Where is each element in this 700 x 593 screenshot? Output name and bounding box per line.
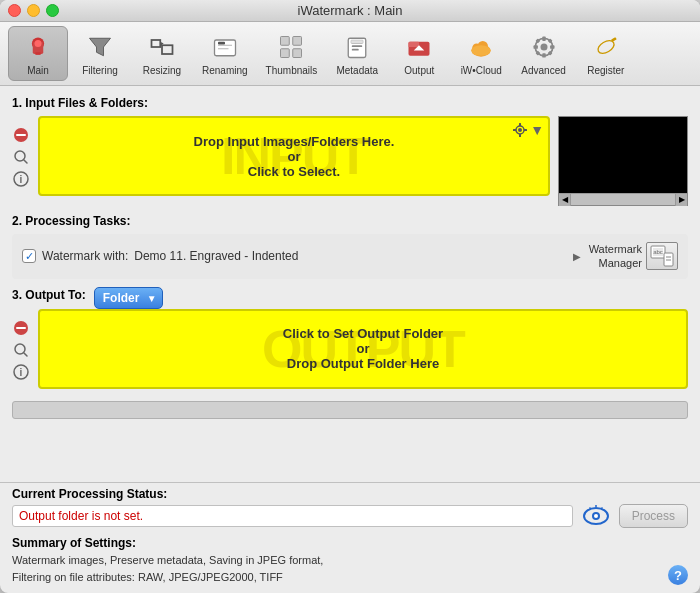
svg-text:i: i bbox=[20, 174, 23, 185]
input-section: 1. Input Files & Folders: i INPUT Drop I… bbox=[12, 96, 688, 206]
processing-section-title: 2. Processing Tasks: bbox=[12, 214, 688, 228]
watermark-manager-label-line1: Watermark bbox=[589, 242, 642, 256]
register-icon bbox=[590, 31, 622, 63]
traffic-lights bbox=[8, 4, 59, 17]
toolbar-label-filtering: Filtering bbox=[82, 65, 118, 76]
input-remove-btn[interactable] bbox=[12, 126, 30, 144]
watermark-checkbox[interactable]: ✓ bbox=[22, 249, 36, 263]
svg-rect-16 bbox=[293, 49, 302, 58]
status-bar: Output folder is not set. Process bbox=[12, 504, 688, 528]
summary-section: Summary of Settings: Watermark images, P… bbox=[0, 532, 700, 593]
toolbar-item-filtering[interactable]: Filtering bbox=[70, 27, 130, 80]
toolbar-item-renaming[interactable]: Renaming bbox=[194, 27, 256, 80]
gear-dropdown-arrow[interactable]: ▼ bbox=[530, 122, 544, 138]
svg-text:i: i bbox=[20, 367, 23, 378]
output-info-btn[interactable]: i bbox=[12, 363, 30, 381]
svg-point-2 bbox=[35, 40, 42, 47]
main-content: 1. Input Files & Folders: i INPUT Drop I… bbox=[0, 86, 700, 482]
svg-rect-33 bbox=[533, 45, 537, 49]
process-button[interactable]: Process bbox=[619, 504, 688, 528]
input-search-btn[interactable] bbox=[12, 148, 30, 166]
svg-marker-4 bbox=[90, 38, 111, 56]
svg-text:abc: abc bbox=[653, 249, 663, 255]
svg-rect-12 bbox=[218, 42, 225, 45]
toolbar-label-renaming: Renaming bbox=[202, 65, 248, 76]
svg-rect-34 bbox=[550, 45, 554, 49]
scroll-left-arrow[interactable]: ◀ bbox=[559, 194, 571, 206]
toolbar-item-resizing[interactable]: Resizing bbox=[132, 27, 192, 80]
minimize-button[interactable] bbox=[27, 4, 40, 17]
svg-rect-31 bbox=[542, 37, 546, 41]
input-drop-zone[interactable]: INPUT Drop Input Images/Folders Here. or… bbox=[38, 116, 550, 196]
svg-point-48 bbox=[518, 128, 522, 132]
output-remove-btn[interactable] bbox=[12, 319, 30, 337]
output-drop-line3: Drop Output Folder Here bbox=[287, 356, 439, 371]
toolbar-label-advanced: Advanced bbox=[521, 65, 565, 76]
toolbar-item-main[interactable]: Main bbox=[8, 26, 68, 81]
watermark-name: Demo 11. Engraved - Indented bbox=[134, 249, 298, 263]
svg-rect-21 bbox=[351, 40, 363, 44]
svg-rect-32 bbox=[542, 53, 546, 57]
output-drop-line1: Click to Set Output Folder bbox=[283, 326, 443, 341]
svg-point-30 bbox=[540, 44, 547, 51]
toolbar-item-register[interactable]: Register bbox=[576, 27, 636, 80]
svg-rect-15 bbox=[281, 49, 290, 58]
toolbar-label-register: Register bbox=[587, 65, 624, 76]
output-section-title: 3. Output To: bbox=[12, 288, 86, 302]
expand-arrow[interactable]: ▶ bbox=[569, 248, 585, 264]
scroll-right-arrow[interactable]: ▶ bbox=[675, 194, 687, 206]
preview-eye-btn[interactable] bbox=[581, 504, 611, 528]
toolbar-item-output[interactable]: Output bbox=[389, 27, 449, 80]
output-folder-select[interactable]: Folder bbox=[94, 287, 163, 309]
svg-rect-23 bbox=[409, 42, 420, 47]
input-area: i INPUT Drop Input Images/Folders Here. … bbox=[12, 116, 688, 206]
input-section-title: 1. Input Files & Folders: bbox=[12, 96, 688, 110]
filtering-icon bbox=[84, 31, 116, 63]
toolbar-item-advanced[interactable]: Advanced bbox=[513, 27, 573, 80]
input-gear-btn[interactable]: ▼ bbox=[512, 122, 544, 138]
svg-line-70 bbox=[589, 508, 591, 510]
toolbar-label-output: Output bbox=[404, 65, 434, 76]
output-drop-zone[interactable]: OUTPUT Click to Set Output Folder or Dro… bbox=[38, 309, 688, 389]
processing-left: ✓ Watermark with: Demo 11. Engraved - In… bbox=[22, 249, 298, 263]
status-section: Current Processing Status: Output folder… bbox=[0, 482, 700, 532]
toolbar-item-thumbnails[interactable]: Thumbnails bbox=[258, 27, 326, 80]
bottom-area: Current Processing Status: Output folder… bbox=[0, 482, 700, 593]
processing-section: 2. Processing Tasks: ✓ Watermark with: D… bbox=[12, 214, 688, 279]
advanced-icon bbox=[528, 31, 560, 63]
svg-line-69 bbox=[601, 508, 603, 510]
output-drop-row: i OUTPUT Click to Set Output Folder or D… bbox=[12, 309, 688, 389]
toolbar-item-metadata[interactable]: Metadata bbox=[327, 27, 387, 80]
maximize-button[interactable] bbox=[46, 4, 59, 17]
titlebar: iWatermark : Main bbox=[0, 0, 700, 22]
window-title: iWatermark : Main bbox=[298, 3, 403, 18]
watermark-manager-btn[interactable]: Watermark Manager abc bbox=[589, 242, 678, 271]
output-folder-select-wrapper: Folder ▼ bbox=[94, 287, 163, 309]
input-drop-line1: Drop Input Images/Folders Here. bbox=[194, 134, 395, 149]
toolbar-label-metadata: Metadata bbox=[336, 65, 378, 76]
status-message: Output folder is not set. bbox=[12, 505, 573, 527]
close-button[interactable] bbox=[8, 4, 21, 17]
output-top: 3. Output To: Folder ▼ bbox=[12, 287, 688, 309]
toolbar-label-iwcloud: iW•Cloud bbox=[461, 65, 502, 76]
renaming-icon bbox=[209, 31, 241, 63]
svg-rect-13 bbox=[281, 37, 290, 46]
output-search-btn[interactable] bbox=[12, 341, 30, 359]
summary-title: Summary of Settings: bbox=[12, 536, 688, 550]
svg-rect-5 bbox=[152, 40, 161, 47]
progress-bar-container bbox=[12, 401, 688, 419]
watermark-manager-icon: abc bbox=[646, 242, 678, 270]
help-button[interactable]: ? bbox=[668, 565, 688, 585]
summary-line1: Watermark images, Preserve metadata, Sav… bbox=[12, 552, 688, 569]
input-drop-line3: Click to Select. bbox=[248, 164, 340, 179]
resizing-icon bbox=[146, 31, 178, 63]
svg-point-28 bbox=[472, 45, 491, 56]
input-info-btn[interactable]: i bbox=[12, 170, 30, 188]
output-drop-line2: or bbox=[357, 341, 370, 356]
svg-rect-14 bbox=[293, 37, 302, 46]
toolbar-item-iwcloud[interactable]: iW•Cloud bbox=[451, 27, 511, 80]
output-section: 3. Output To: Folder ▼ bbox=[12, 287, 688, 389]
svg-rect-20 bbox=[352, 49, 359, 51]
svg-rect-50 bbox=[519, 134, 521, 137]
svg-rect-49 bbox=[519, 123, 521, 126]
